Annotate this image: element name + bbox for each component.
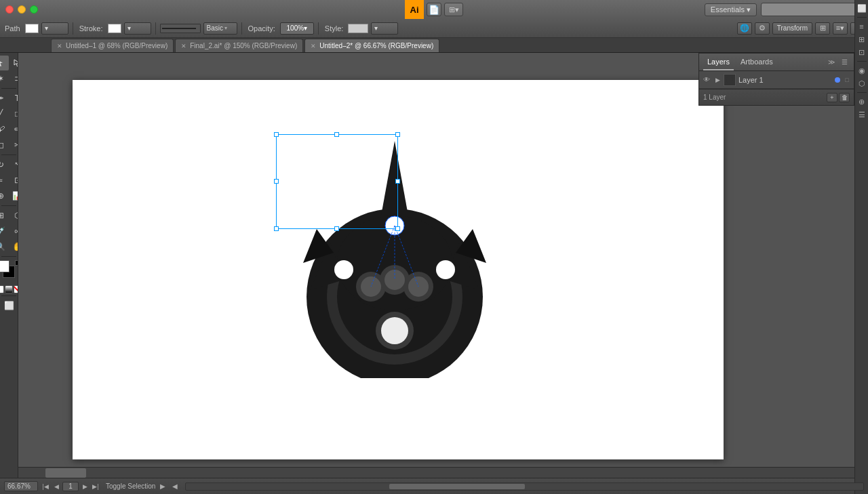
type-tool[interactable]: T bbox=[9, 91, 19, 106]
right-panel-icon4[interactable]: ⊡ bbox=[856, 47, 867, 58]
column-graph-tool[interactable]: 📊 bbox=[9, 188, 19, 203]
delete-layer-button[interactable]: 🗑 bbox=[839, 93, 850, 102]
direct-selection-tool[interactable] bbox=[9, 56, 19, 70]
gradient-tool[interactable]: ⬡ bbox=[9, 208, 19, 223]
close-button[interactable] bbox=[5, 5, 14, 14]
foreground-color-swatch[interactable] bbox=[0, 260, 9, 272]
right-panel-icon5[interactable]: ◉ bbox=[856, 65, 867, 76]
essentials-button[interactable]: Essentials ▾ bbox=[705, 3, 757, 16]
first-page-button[interactable]: |◀ bbox=[41, 482, 50, 491]
stroke-options-dropdown[interactable]: ▾ bbox=[124, 22, 151, 35]
tab-final2[interactable]: ✕ Final_2.ai* @ 150% (RGB/Preview) bbox=[175, 39, 303, 52]
rect-tool[interactable]: □ bbox=[9, 106, 19, 121]
current-page-field[interactable]: 1 bbox=[62, 482, 79, 491]
scissors-tool[interactable]: ✂ bbox=[9, 138, 19, 152]
svg-point-11 bbox=[381, 317, 408, 344]
hscroll-thumb[interactable] bbox=[45, 468, 86, 478]
play-button[interactable]: ▶ bbox=[158, 482, 167, 491]
add-layer-button[interactable]: + bbox=[827, 93, 837, 102]
paintbrush-tool[interactable]: 🖌 bbox=[0, 122, 9, 137]
right-panel-icon8[interactable]: ☰ bbox=[856, 109, 867, 120]
minimize-button[interactable] bbox=[18, 5, 26, 14]
paint-tools: 🖌 ✏ bbox=[0, 122, 18, 137]
tab-untitled2[interactable]: ✕ Untitled–2* @ 66.67% (RGB/Preview) bbox=[304, 39, 439, 52]
right-panel-icon2[interactable]: ≡ bbox=[856, 21, 867, 32]
blend-tool[interactable]: ∞ bbox=[9, 224, 19, 239]
tab-bar: ✕ Untitled–1 @ 68% (RGB/Preview) ✕ Final… bbox=[0, 38, 868, 53]
eraser-tool[interactable]: ◻ bbox=[0, 138, 9, 152]
tab-close-icon2[interactable]: ✕ bbox=[181, 43, 186, 49]
opacity-field[interactable]: 100% ▾ bbox=[280, 22, 314, 35]
pencil-tool[interactable]: ✏ bbox=[9, 122, 19, 137]
prev-page-button[interactable]: ◀ bbox=[52, 482, 61, 491]
mesh-tool[interactable]: ⊞ bbox=[0, 208, 9, 223]
selection-tool[interactable] bbox=[0, 56, 9, 70]
pen-tools: ✒ T bbox=[0, 91, 18, 106]
tab-artboards[interactable]: Artboards bbox=[736, 54, 777, 70]
scale-tool[interactable]: ⤡ bbox=[9, 157, 19, 172]
canvas-area[interactable]: ▲ ▼ Layers Artboards ≫ ☰ bbox=[18, 53, 868, 478]
search-input[interactable] bbox=[761, 3, 863, 16]
left-toolbar: ✶ ⊃ ✒ T ╱ □ 🖌 ✏ ◻ ✂ ↻ ⤡ ≈ ⊡ ⊕ bbox=[0, 53, 18, 478]
svg-marker-5 bbox=[381, 141, 408, 215]
more-options-button[interactable]: ≡▾ bbox=[833, 22, 848, 35]
globe-icon-button[interactable]: 🌐 bbox=[737, 22, 752, 35]
style-dropdown[interactable]: ▾ bbox=[371, 22, 398, 35]
horizontal-scrollbar[interactable] bbox=[18, 467, 857, 478]
gradient-mode-button[interactable] bbox=[5, 285, 13, 293]
stroke-swatch[interactable] bbox=[108, 24, 121, 33]
right-panel-icon1[interactable]: ⬜ bbox=[856, 3, 867, 14]
next-page-button[interactable]: ▶ bbox=[80, 482, 90, 491]
zoom-tool[interactable]: 🔍 bbox=[0, 239, 9, 254]
tab-close-icon3[interactable]: ✕ bbox=[311, 43, 316, 49]
view-options-button[interactable]: ⊞▾ bbox=[444, 3, 463, 16]
rpt-separator2 bbox=[857, 61, 867, 62]
symbol-sprayer-tool[interactable]: ⊕ bbox=[0, 188, 9, 203]
panel-header-controls: ≫ ☰ bbox=[826, 57, 850, 68]
color-swatch-area bbox=[0, 260, 18, 283]
rotate-tool[interactable]: ↻ bbox=[0, 157, 9, 172]
right-panel-icon6[interactable]: ⬡ bbox=[856, 78, 867, 89]
arrange-icon-button[interactable]: ⊞ bbox=[815, 22, 830, 35]
status-bar: 66.67% |◀ ◀ 1 ▶ ▶| Toggle Selection ▶ ◀ bbox=[0, 478, 868, 494]
lasso-tool[interactable]: ⊃ bbox=[9, 71, 19, 86]
tab-close-icon[interactable]: ✕ bbox=[57, 43, 62, 49]
right-panel-icon3[interactable]: ⊞ bbox=[856, 34, 867, 45]
bottom-scrollbar-thumb[interactable] bbox=[389, 484, 525, 489]
layer-expand-icon[interactable]: ▶ bbox=[714, 77, 721, 83]
settings-icon-button[interactable]: ⚙ bbox=[755, 22, 770, 35]
page-navigation: |◀ ◀ 1 ▶ ▶| bbox=[41, 482, 100, 491]
pen-tool[interactable]: ✒ bbox=[0, 91, 9, 106]
maximize-button[interactable] bbox=[30, 5, 38, 14]
fill-swatch[interactable] bbox=[25, 24, 39, 33]
document-icon-button[interactable]: 📄 bbox=[427, 3, 441, 16]
hand-tool[interactable]: ✋ bbox=[9, 239, 19, 254]
color-mode-button[interactable] bbox=[0, 285, 4, 293]
separator3 bbox=[241, 22, 242, 35]
tab-layers[interactable]: Layers bbox=[703, 54, 734, 70]
tab-untitled1[interactable]: ✕ Untitled–1 @ 68% (RGB/Preview) bbox=[51, 39, 174, 52]
line-tool[interactable]: ╱ bbox=[0, 106, 9, 121]
last-page-button[interactable]: ▶| bbox=[91, 482, 100, 491]
layer-lock-icon[interactable]: □ bbox=[843, 76, 851, 84]
none-mode-button[interactable] bbox=[14, 285, 18, 293]
right-panel-icon7[interactable]: ⊕ bbox=[856, 96, 867, 107]
draw-mode-button[interactable]: ⬜ bbox=[1, 298, 17, 313]
zoom-field[interactable]: 66.67% bbox=[4, 481, 38, 491]
layer-row[interactable]: 👁 ▶ Layer 1 □ bbox=[699, 71, 854, 89]
transform-button[interactable]: Transform bbox=[772, 22, 812, 35]
panel-expand-button[interactable]: ≫ bbox=[826, 57, 837, 68]
svg-point-23 bbox=[726, 77, 733, 83]
ai-logo-box: Ai bbox=[405, 0, 424, 19]
layer-visibility-icon[interactable]: 👁 bbox=[702, 75, 711, 85]
bottom-scrollbar[interactable] bbox=[185, 482, 864, 491]
magic-wand-tool[interactable]: ✶ bbox=[0, 71, 9, 86]
warp-tool[interactable]: ≈ bbox=[0, 173, 9, 188]
panel-menu-button[interactable]: ☰ bbox=[839, 57, 850, 68]
style-swatch[interactable] bbox=[348, 24, 368, 33]
stroke-type-dropdown[interactable]: Basic ▾ bbox=[203, 22, 237, 35]
free-transform-tool[interactable]: ⊡ bbox=[9, 173, 19, 188]
stop-button[interactable]: ◀ bbox=[170, 482, 180, 491]
eyedropper-tool[interactable]: 💉 bbox=[0, 224, 9, 239]
fill-options-dropdown[interactable]: ▾ bbox=[41, 22, 68, 35]
